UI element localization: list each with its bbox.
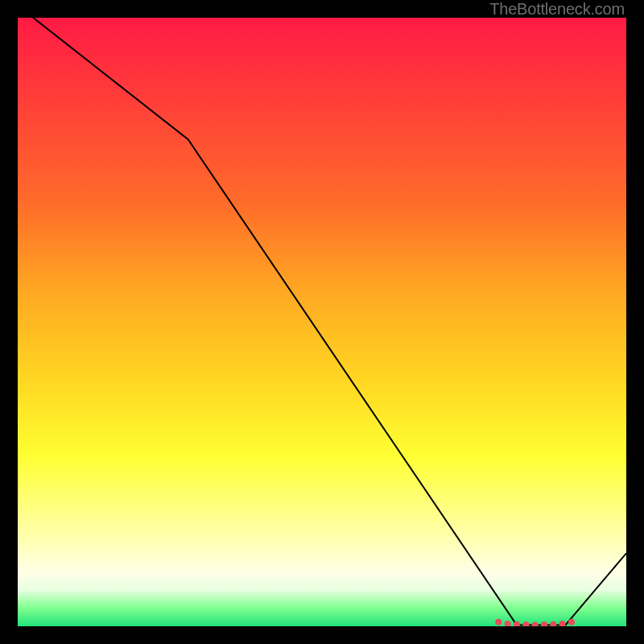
watermark-text: TheBottleneck.com: [489, 0, 625, 19]
marker-dot: [495, 619, 502, 625]
marker-dot: [532, 621, 539, 626]
optimal-range-markers: [495, 619, 575, 626]
marker-dot: [505, 621, 511, 626]
marker-dot: [559, 621, 566, 626]
marker-dot: [550, 621, 556, 626]
chart-overlay: [18, 18, 626, 626]
marker-dot: [541, 621, 547, 626]
marker-dot: [522, 621, 529, 626]
chart-frame: { "watermark": "TheBottleneck.com", "cha…: [0, 0, 644, 644]
bottleneck-curve-line: [18, 18, 626, 625]
marker-dot: [568, 619, 575, 625]
